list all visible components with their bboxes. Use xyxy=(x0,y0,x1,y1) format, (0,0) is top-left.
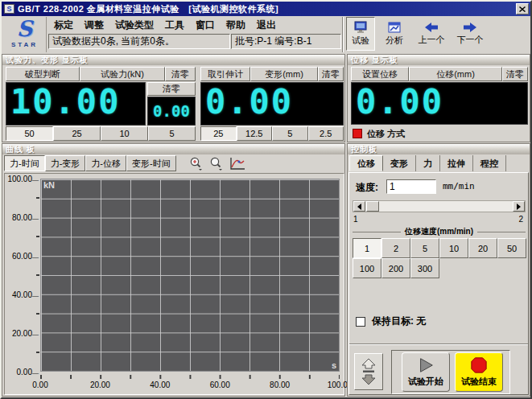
deform-clear-button[interactable]: 清零 xyxy=(318,67,344,81)
close-button[interactable] xyxy=(516,3,529,14)
force-range-button[interactable]: 5 xyxy=(148,126,196,141)
speed-preset-button[interactable]: 200 xyxy=(381,258,410,278)
analyze-icon xyxy=(387,21,402,34)
curve-tool-icon[interactable] xyxy=(229,157,245,171)
previous-record-button[interactable]: 上一个 xyxy=(412,17,451,51)
force-range-button[interactable]: 10 xyxy=(101,126,148,141)
deform-range-button[interactable]: 5 xyxy=(272,126,308,141)
menu-item[interactable]: 退出 xyxy=(251,18,282,32)
curve-tab[interactable]: 力-变形 xyxy=(45,155,86,171)
x-tick-label: 80.00 xyxy=(270,380,290,389)
star-logo: S STAR xyxy=(3,17,47,52)
speed-preset-button[interactable]: 50 xyxy=(497,238,526,258)
force-range-button[interactable]: 50 xyxy=(6,126,53,141)
analyze-mode-button[interactable]: 分析 xyxy=(380,17,409,51)
deform-unit-button[interactable]: 变形(mm) xyxy=(250,67,318,81)
force-range-button[interactable]: 25 xyxy=(53,126,101,141)
scrollbar-right-arrow[interactable] xyxy=(513,201,525,212)
speed-preset-button[interactable]: 1 xyxy=(353,238,381,258)
displacement-unit-button[interactable]: 位移(mm) xyxy=(409,67,502,81)
hold-target-checkbox[interactable] xyxy=(356,317,365,327)
control-panel-header: 控制板 xyxy=(348,144,530,154)
scrollbar-left-arrow[interactable] xyxy=(353,201,365,212)
speed-label: 速度: xyxy=(356,181,378,195)
test-end-button[interactable]: 试验结束 xyxy=(455,352,503,392)
x-axis-labels: 0.0020.0040.0060.0080.00100.00 xyxy=(40,380,340,390)
deform-range-button[interactable]: 25 xyxy=(200,126,237,141)
speed-preset-grid: 125102050100200300 xyxy=(353,238,530,278)
speed-scrollbar[interactable] xyxy=(353,200,526,212)
displacement-panel-header: 位移 显示板 xyxy=(348,55,530,65)
force-unit-button[interactable]: 试验力(kN) xyxy=(80,67,165,81)
zoom-out-icon[interactable] xyxy=(209,157,223,171)
speed-group-title-text: 位移速度(mm/min) xyxy=(401,227,477,236)
x-tick-label: 40.00 xyxy=(150,380,170,389)
control-body: 速度: mm/min 1 2 位移速度(mm/min) 125102050100… xyxy=(348,172,529,395)
x-axis-unit: s xyxy=(332,360,336,370)
analyze-mode-label: 分析 xyxy=(386,35,403,47)
speed-preset-button[interactable]: 100 xyxy=(353,258,381,278)
star-logo-mark: S xyxy=(3,17,46,41)
scrollbar-thumb[interactable] xyxy=(366,201,379,212)
x-tick-label: 0.00 xyxy=(32,380,47,389)
speed-preset-button[interactable]: 2 xyxy=(381,238,410,258)
plot-grid: kN s xyxy=(40,179,340,372)
speed-group-title: 位移速度(mm/min) xyxy=(353,226,526,237)
speed-preset-button[interactable]: 20 xyxy=(468,238,497,258)
play-icon xyxy=(417,356,435,374)
x-axis-ticks xyxy=(40,375,340,379)
y-tick-label: 20.00 xyxy=(12,329,39,338)
control-tab[interactable]: 程控 xyxy=(473,155,506,171)
toolbar-separator xyxy=(342,17,344,52)
speed-input[interactable] xyxy=(386,179,436,194)
force-panel-header: 试验力、变形 显示板 xyxy=(2,55,344,65)
test-start-button[interactable]: 试验开始 xyxy=(402,352,450,392)
control-tab[interactable]: 位移 xyxy=(349,155,383,171)
peak-clear-button[interactable]: 清零 xyxy=(147,82,196,96)
next-record-button[interactable]: 下一个 xyxy=(451,17,489,51)
deform-range-button[interactable]: 2.5 xyxy=(308,126,344,141)
force-range-buttons: 5025105 xyxy=(6,126,196,141)
run-button-box: 试验开始 试验结束 xyxy=(391,350,510,394)
displacement-clear-button[interactable]: 清零 xyxy=(502,67,528,81)
test-mode-button[interactable]: 试验 xyxy=(346,17,375,51)
monitor-icon xyxy=(353,21,368,34)
control-tab[interactable]: 拉伸 xyxy=(440,155,473,171)
jog-crosshead-button[interactable] xyxy=(354,353,383,390)
jog-up-down-icon xyxy=(360,358,377,385)
speed-preset-button[interactable]: 300 xyxy=(410,258,439,278)
force-clear-button[interactable]: 清零 xyxy=(165,67,196,81)
zoom-in-icon[interactable] xyxy=(189,157,203,171)
extensometer-button[interactable]: 取引伸计 xyxy=(200,67,250,81)
menu-item[interactable]: 窗口 xyxy=(190,18,221,32)
menu-item[interactable]: 标定 xyxy=(48,18,79,32)
arrow-right-icon xyxy=(462,22,478,33)
menu-item[interactable]: 帮助 xyxy=(221,18,251,32)
control-tabs: 位移变形力拉伸程控 xyxy=(349,155,506,171)
hold-target-row: 保持目标: 无 xyxy=(356,315,426,328)
star-logo-text: STAR xyxy=(3,41,46,48)
speed-preset-button[interactable]: 5 xyxy=(410,238,439,258)
peak-lcd-display: 0.00 xyxy=(147,97,196,125)
y-tick-label: 100.00 xyxy=(7,175,39,183)
break-judge-button[interactable]: 破型判断 xyxy=(6,67,80,81)
control-tab[interactable]: 力 xyxy=(416,155,440,171)
curve-tab[interactable]: 变形-时间 xyxy=(126,155,176,171)
menu-item[interactable]: 工具 xyxy=(159,18,190,32)
speed-preset-button[interactable]: 10 xyxy=(439,238,468,258)
curve-tab[interactable]: 力-位移 xyxy=(85,155,126,171)
deform-range-button[interactable]: 12.5 xyxy=(237,126,273,141)
test-end-label: 试验结束 xyxy=(461,376,497,388)
force-lcd-display: 10.00 xyxy=(6,82,146,125)
speed-unit-label: mm/min xyxy=(443,181,475,191)
set-displacement-button[interactable]: 设置位移 xyxy=(351,67,409,81)
menu-item[interactable]: 试验类型 xyxy=(109,18,159,32)
control-separator xyxy=(349,343,528,345)
test-mode-label: 试验 xyxy=(352,35,369,47)
top-bar: S STAR 标定调整试验类型工具窗口帮助退出 试验数据共0条, 当前第0条。 … xyxy=(2,16,530,53)
menu-item[interactable]: 调整 xyxy=(79,18,109,32)
arrow-left-icon xyxy=(423,22,439,33)
stop-octagon-icon xyxy=(470,356,488,374)
control-tab[interactable]: 变形 xyxy=(383,155,416,171)
curve-tab[interactable]: 力-时间 xyxy=(4,155,45,171)
